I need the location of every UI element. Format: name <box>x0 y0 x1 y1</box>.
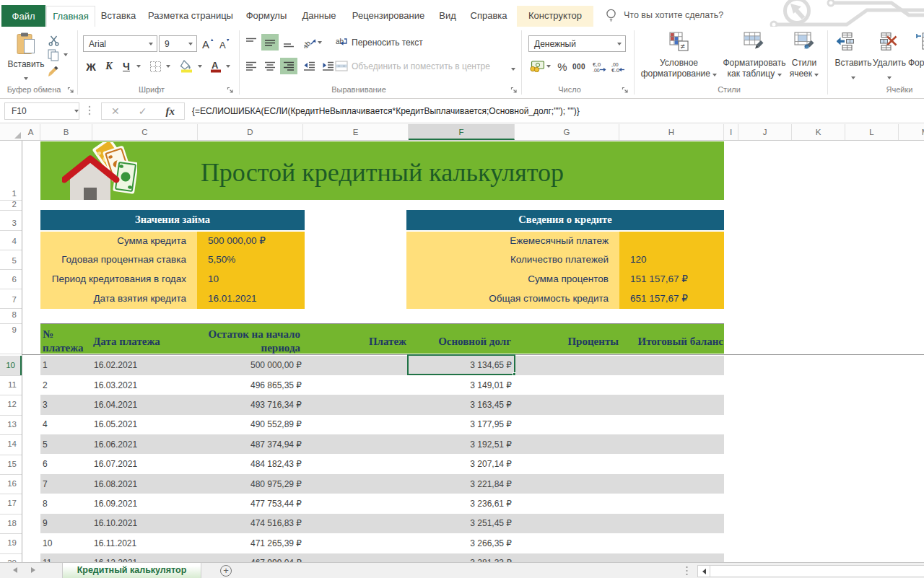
align-middle-button[interactable] <box>261 34 279 51</box>
hscroll-track[interactable] <box>710 565 924 577</box>
name-box[interactable]: F10 <box>4 102 79 120</box>
enter-formula-icon[interactable]: ✓ <box>139 105 147 117</box>
decrease-indent-button[interactable] <box>300 58 318 74</box>
cell-styles-label[interactable]: Стили ячеек <box>783 58 826 79</box>
borders-dropdown-caret[interactable] <box>166 65 170 68</box>
select-all-corner[interactable] <box>14 132 21 139</box>
column-header-B[interactable]: B <box>40 124 92 140</box>
tab-1[interactable]: Вставка <box>98 6 139 27</box>
grow-font-button[interactable]: A <box>200 35 215 51</box>
dialog-launcher-icon[interactable] <box>66 86 75 95</box>
italic-button[interactable]: К <box>101 58 117 74</box>
conditional-formatting-button[interactable]: ≠ <box>668 32 689 51</box>
dialog-launcher-icon[interactable] <box>621 86 629 95</box>
cancel-formula-icon[interactable]: ✕ <box>111 105 120 117</box>
column-header-K[interactable]: K <box>792 124 845 140</box>
tab-6[interactable]: Вид <box>436 6 459 27</box>
font-size-combo[interactable]: 9 <box>159 35 197 52</box>
underline-dropdown-caret[interactable] <box>136 65 141 68</box>
column-header-A[interactable]: A <box>22 124 40 140</box>
accounting-format-button[interactable] <box>528 58 545 74</box>
font-name-combo[interactable]: Arial <box>83 35 157 52</box>
percent-style-button[interactable]: % <box>554 58 570 74</box>
row-header-10[interactable]: 10 <box>0 356 22 375</box>
tab-konstruktor[interactable]: Конструктор <box>517 6 593 27</box>
row-header-11[interactable]: 11 <box>0 378 22 391</box>
align-center-button[interactable] <box>261 58 279 74</box>
column-header-L[interactable]: L <box>845 124 899 140</box>
format-cells-label[interactable]: Формат <box>908 58 924 68</box>
column-header-E[interactable]: E <box>303 124 409 140</box>
delete-cells-button[interactable] <box>878 32 898 51</box>
prev-sheet-button[interactable] <box>13 567 17 573</box>
row-header-13[interactable]: 13 <box>0 418 22 431</box>
dialog-launcher-icon[interactable] <box>226 86 235 95</box>
row-header-7[interactable]: 7 <box>0 293 22 306</box>
align-left-button[interactable] <box>243 58 260 74</box>
fill-handle[interactable] <box>513 372 516 376</box>
row-header-4[interactable]: 4 <box>0 235 22 248</box>
insert-cells-button[interactable] <box>836 32 856 51</box>
font-color-button[interactable]: А <box>206 58 225 74</box>
tab-file[interactable]: Файл <box>1 5 45 27</box>
wrap-text-button[interactable]: ab <box>334 34 349 51</box>
row-header-19[interactable]: 19 <box>0 536 22 549</box>
comma-style-button[interactable]: 000 <box>570 58 588 74</box>
format-painter-button[interactable] <box>46 65 61 78</box>
align-right-button[interactable] <box>280 58 297 74</box>
conditional-formatting-label[interactable]: Условное форматирование <box>634 58 724 79</box>
row-header-5[interactable]: 5 <box>0 254 22 267</box>
decrease-decimal-button[interactable]: ,00 €,0 <box>609 58 627 74</box>
copy-button[interactable] <box>46 48 61 61</box>
merge-center-button[interactable] <box>334 58 349 74</box>
underline-button[interactable]: Ч <box>118 58 134 74</box>
tab-2[interactable]: Разметка страницы <box>145 6 236 27</box>
merge-dropdown-caret[interactable] <box>511 68 515 71</box>
row-header-17[interactable]: 17 <box>0 496 22 509</box>
row-header-14[interactable]: 14 <box>0 437 22 450</box>
tab-7[interactable]: Справка <box>468 6 510 27</box>
copy-dropdown-caret[interactable] <box>64 53 68 56</box>
cell-styles-button[interactable] <box>793 32 815 51</box>
shrink-font-button[interactable]: A <box>217 35 232 51</box>
row-header-8[interactable]: 8 <box>0 308 22 321</box>
format-cells-button[interactable] <box>915 32 924 51</box>
hscroll-left-button[interactable] <box>697 565 710 577</box>
tab-5[interactable]: Рецензирование <box>349 6 427 27</box>
accounting-dropdown-caret[interactable] <box>546 65 551 68</box>
column-header-M[interactable]: M <box>899 124 924 140</box>
fill-color-button[interactable] <box>178 58 196 74</box>
paste-button[interactable]: Вставить <box>7 32 45 82</box>
row-header-15[interactable]: 15 <box>0 457 22 470</box>
sheet-tab-active[interactable]: Кредитный калькулятор <box>62 563 201 578</box>
row-header-20[interactable]: 20 <box>0 556 22 562</box>
font-color-dropdown-caret[interactable] <box>226 65 230 68</box>
increase-decimal-button[interactable]: €,0 ,00 <box>590 58 608 74</box>
insert-cells-label[interactable]: Вставить <box>833 58 873 82</box>
delete-cells-label[interactable]: Удалить <box>870 58 909 82</box>
row-header-3[interactable]: 3 <box>0 216 22 229</box>
next-sheet-button[interactable] <box>31 567 35 573</box>
fill-color-dropdown-caret[interactable] <box>198 65 202 68</box>
cut-button[interactable] <box>46 34 61 47</box>
tab-4[interactable]: Данные <box>300 6 339 27</box>
row-header-18[interactable]: 18 <box>0 517 22 530</box>
wrap-text-label[interactable]: Переносить текст <box>352 38 423 48</box>
formula-input[interactable]: {=ЕСЛИОШИБКА(ЕСЛИ(КредитНеВыплачивается*… <box>192 102 580 120</box>
new-sheet-button[interactable]: + <box>220 565 232 577</box>
column-header-J[interactable]: J <box>738 124 792 140</box>
merge-center-label[interactable]: Объединить и поместить в центре <box>352 61 490 71</box>
row-header-16[interactable]: 16 <box>0 477 22 490</box>
format-as-table-label[interactable]: Форматировать как таблицу <box>718 58 790 79</box>
tab-3[interactable]: Формулы <box>243 6 290 27</box>
tab-scroll-splitter[interactable] <box>686 566 688 576</box>
column-header-C[interactable]: C <box>92 124 198 140</box>
borders-button[interactable] <box>147 58 163 74</box>
column-header-I[interactable]: I <box>724 124 738 140</box>
align-bottom-button[interactable] <box>280 34 297 51</box>
row-header-9[interactable]: 9 <box>0 323 22 336</box>
format-as-table-button[interactable] <box>743 32 764 51</box>
align-top-button[interactable] <box>243 34 260 51</box>
column-header-D[interactable]: D <box>198 124 303 140</box>
orientation-button[interactable]: ab <box>302 34 323 51</box>
